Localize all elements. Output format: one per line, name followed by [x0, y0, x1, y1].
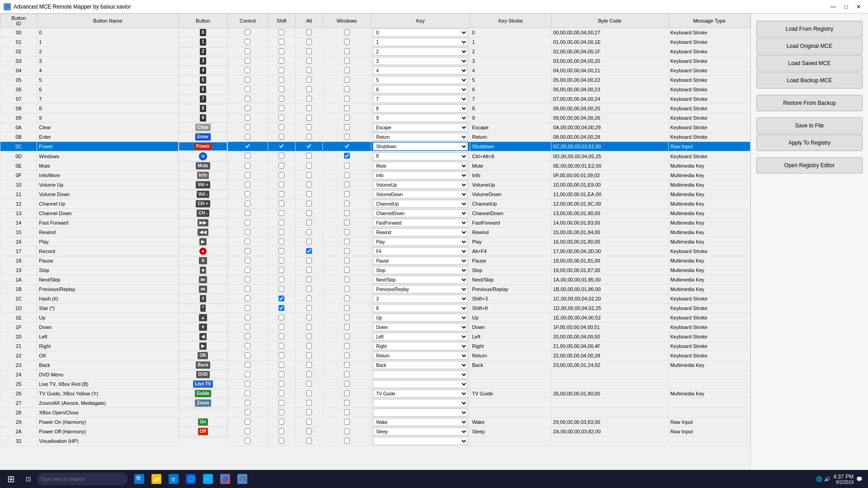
cell-key[interactable]: 3 [371, 294, 470, 304]
cell-alt[interactable] [296, 142, 323, 151]
shift-checkbox[interactable] [278, 239, 284, 244]
alt-checkbox[interactable] [306, 438, 312, 444]
cell-key[interactable]: 4 [371, 66, 470, 75]
key-select[interactable]: Previous/Replay [373, 285, 468, 293]
alt-checkbox[interactable] [306, 153, 312, 159]
cell-key[interactable]: Previous/Replay [371, 285, 470, 294]
shift-checkbox[interactable] [278, 409, 284, 415]
cell-ctrl[interactable] [227, 304, 268, 313]
cell-key[interactable]: 9 [371, 113, 470, 123]
cell-win[interactable] [323, 342, 371, 351]
table-row[interactable]: 1CHash (#)#3Shift+31C,00,00,00,04,02,20K… [0, 294, 750, 304]
cell-shift[interactable] [268, 237, 296, 247]
win-checkbox[interactable] [344, 172, 350, 178]
cell-shift[interactable] [268, 209, 296, 218]
ctrl-checkbox[interactable] [245, 134, 250, 140]
key-select[interactable]: Shutdown [373, 142, 468, 150]
key-select[interactable]: 8 [373, 104, 468, 113]
table-row[interactable]: 08888808,00,00,00,04,00,25Keyboard Strok… [0, 104, 750, 113]
cell-ctrl[interactable] [227, 237, 268, 247]
cell-win[interactable] [323, 361, 371, 370]
table-row[interactable]: 17Record●F4Alt+F417,00,00,00,04,3D,00Key… [0, 247, 750, 256]
cell-alt[interactable] [296, 180, 323, 190]
shift-checkbox[interactable] [278, 143, 284, 149]
alt-checkbox[interactable] [306, 277, 312, 282]
shift-checkbox[interactable] [278, 191, 284, 197]
win-checkbox[interactable] [344, 277, 350, 282]
table-row[interactable]: 05555505,00,00,00,04,00,22Keyboard Strok… [0, 75, 750, 85]
win-checkbox[interactable] [344, 390, 350, 396]
cell-win[interactable] [323, 304, 371, 313]
alt-checkbox[interactable] [306, 115, 312, 121]
load_registry-button[interactable]: Load From Registry [756, 21, 863, 37]
ctrl-checkbox[interactable] [245, 201, 250, 206]
win-checkbox[interactable] [344, 115, 350, 121]
key-select[interactable] [373, 399, 468, 407]
cell-shift[interactable] [268, 218, 296, 228]
ctrl-checkbox[interactable] [245, 381, 250, 387]
cell-alt[interactable] [296, 104, 323, 113]
cell-win[interactable] [323, 418, 371, 427]
shift-checkbox[interactable] [278, 77, 284, 83]
cell-alt[interactable] [296, 247, 323, 256]
win-checkbox[interactable] [344, 428, 350, 434]
key-select[interactable]: 8 [373, 152, 468, 160]
cell-alt[interactable] [296, 94, 323, 104]
cell-win[interactable] [323, 285, 371, 294]
apply_registry-button[interactable]: Apply To Registry [756, 135, 863, 151]
alt-checkbox[interactable] [306, 371, 312, 377]
cell-ctrl[interactable] [227, 361, 268, 370]
notification-icon[interactable]: 💬 [856, 476, 863, 482]
win-checkbox[interactable] [344, 29, 350, 35]
cell-ctrl[interactable] [227, 190, 268, 199]
ctrl-checkbox[interactable] [245, 239, 250, 244]
cell-ctrl[interactable] [227, 313, 268, 323]
cell-win[interactable] [323, 28, 371, 38]
cell-key[interactable]: Next/Skip [371, 275, 470, 285]
cell-shift[interactable] [268, 408, 296, 418]
cell-key[interactable]: Return [371, 132, 470, 142]
ctrl-checkbox[interactable] [245, 258, 250, 263]
cell-win[interactable] [323, 247, 371, 256]
key-select[interactable]: 7 [373, 95, 468, 103]
alt-checkbox[interactable] [306, 96, 312, 102]
win-checkbox[interactable] [344, 324, 350, 330]
table-row[interactable]: 25Live TV, XBox Red (B)Live TV [0, 380, 750, 389]
cell-alt[interactable] [296, 190, 323, 199]
cell-key[interactable]: 8 [371, 304, 470, 313]
key-select[interactable]: Sleep [373, 427, 468, 436]
cell-shift[interactable] [268, 351, 296, 361]
win-checkbox[interactable] [344, 220, 350, 225]
cell-ctrl[interactable] [227, 275, 268, 285]
cell-ctrl[interactable] [227, 132, 268, 142]
cell-shift[interactable] [268, 104, 296, 113]
key-select[interactable]: Escape [373, 123, 468, 131]
table-row[interactable]: 09999909,00,00,00,04,00,26Keyboard Strok… [0, 113, 750, 123]
cell-key[interactable]: 6 [371, 85, 470, 94]
cell-ctrl[interactable] [227, 180, 268, 190]
cell-shift[interactable] [268, 436, 296, 446]
cell-alt[interactable] [296, 313, 323, 323]
shift-checkbox[interactable] [278, 124, 284, 130]
shift-checkbox[interactable] [278, 371, 284, 377]
cell-key[interactable]: 8 [371, 104, 470, 113]
cell-key[interactable]: Down [371, 323, 470, 332]
cell-shift[interactable] [268, 389, 296, 399]
cell-ctrl[interactable] [227, 228, 268, 237]
table-row[interactable]: 20Left◀LeftLeft20,00,00,00,04,00,50Keybo… [0, 332, 750, 342]
win-checkbox[interactable] [344, 48, 350, 54]
cell-win[interactable] [323, 132, 371, 142]
cell-shift[interactable] [268, 266, 296, 275]
win-checkbox[interactable] [344, 419, 350, 425]
ctrl-checkbox[interactable] [245, 229, 250, 235]
cell-shift[interactable] [268, 199, 296, 209]
cell-win[interactable] [323, 94, 371, 104]
cell-alt[interactable] [296, 304, 323, 313]
cell-key[interactable] [371, 370, 470, 380]
win-checkbox[interactable] [344, 124, 350, 130]
cell-key[interactable] [371, 436, 470, 446]
maximize-button[interactable]: □ [840, 2, 852, 11]
cell-alt[interactable] [296, 399, 323, 408]
alt-checkbox[interactable] [306, 409, 312, 415]
win-checkbox[interactable] [344, 296, 350, 301]
